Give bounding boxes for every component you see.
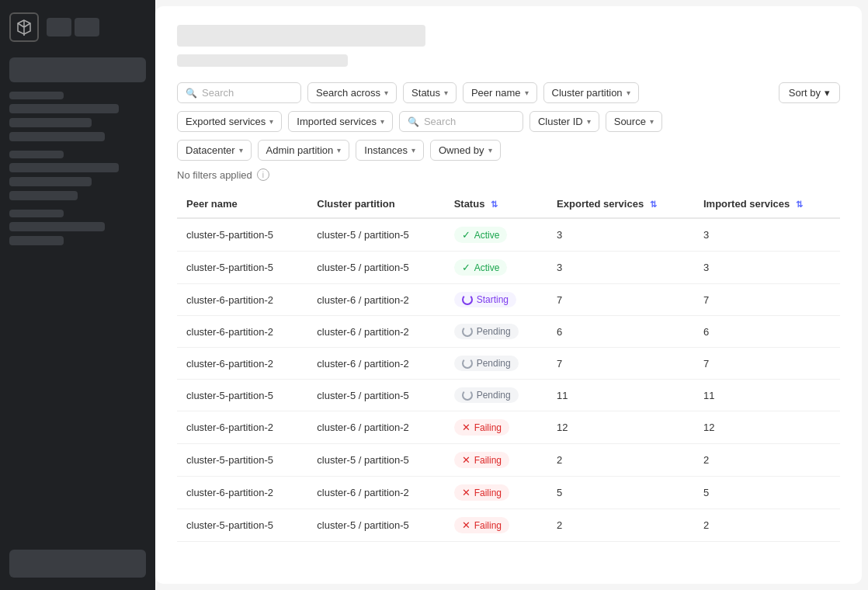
col-imported-services[interactable]: Imported services ⇅ — [694, 190, 840, 218]
inner-search-input[interactable]: 🔍 Search — [399, 111, 523, 132]
source-filter[interactable]: Source ▾ — [606, 111, 662, 132]
cell-exported: 5 — [547, 477, 694, 509]
main-content: 🔍 Search Search across ▾ Status ▾ Peer n… — [155, 6, 862, 584]
cell-peer-name: cluster-6-partition-2 — [177, 477, 307, 509]
cell-status: Starting — [445, 284, 547, 316]
chevron-down-icon: ▾ — [650, 117, 654, 126]
table-row[interactable]: cluster-5-partition-5 cluster-5 / partit… — [177, 218, 840, 252]
sidebar-logo — [9, 12, 146, 42]
sidebar-bottom-bar — [9, 550, 146, 578]
cell-exported: 12 — [547, 411, 694, 444]
cell-exported: 3 — [547, 218, 694, 252]
cell-exported: 2 — [547, 509, 694, 542]
instances-label: Instances — [364, 144, 408, 156]
cell-exported: 11 — [547, 380, 694, 411]
col-cluster-partition[interactable]: Cluster partition — [307, 190, 444, 218]
filters-row-3: Datacenter ▾ Admin partition ▾ Instances… — [177, 140, 840, 161]
table-row[interactable]: cluster-5-partition-5 cluster-5 / partit… — [177, 380, 840, 411]
cell-peer-name: cluster-5-partition-5 — [177, 218, 307, 252]
cell-exported: 6 — [547, 316, 694, 348]
col-status[interactable]: Status ⇅ — [445, 190, 547, 218]
cell-imported: 7 — [694, 284, 840, 316]
sidebar-nav-item-1[interactable] — [9, 104, 119, 113]
sort-by-button[interactable]: Sort by ▾ — [779, 82, 840, 103]
sidebar-section-label-2 — [9, 151, 64, 158]
sidebar-nav-section-2 — [9, 151, 146, 200]
cell-cluster-partition: cluster-5 / partition-5 — [307, 252, 444, 284]
chevron-down-icon: ▾ — [239, 146, 243, 154]
search-placeholder: Search — [202, 87, 234, 99]
cell-status: Pending — [445, 348, 547, 380]
sidebar-toggle-btn-2[interactable] — [75, 18, 99, 36]
cell-exported: 7 — [547, 284, 694, 316]
datacenter-label: Datacenter — [186, 144, 235, 156]
cluster-id-filter[interactable]: Cluster ID ▾ — [529, 111, 599, 132]
owned-by-filter[interactable]: Owned by ▾ — [430, 140, 501, 161]
sidebar-nav-item-6[interactable] — [9, 191, 78, 200]
cell-imported: 2 — [694, 509, 840, 542]
main-search-input[interactable]: 🔍 Search — [177, 82, 301, 103]
sort-icon-status: ⇅ — [491, 200, 498, 210]
peer-name-filter[interactable]: Peer name ▾ — [463, 82, 537, 103]
cell-peer-name: cluster-6-partition-2 — [177, 348, 307, 380]
cell-exported: 3 — [547, 252, 694, 284]
sidebar-nav-item-5[interactable] — [9, 177, 92, 186]
cell-imported: 7 — [694, 348, 840, 380]
table-header-row: Peer name Cluster partition Status ⇅ Exp… — [177, 190, 840, 218]
chevron-down-icon: ▾ — [525, 88, 529, 97]
col-exported-services[interactable]: Exported services ⇅ — [547, 190, 694, 218]
chevron-down-icon: ▾ — [825, 87, 830, 99]
exported-services-filter[interactable]: Exported services ▾ — [177, 111, 282, 132]
imported-services-filter[interactable]: Imported services ▾ — [288, 111, 393, 132]
sidebar-nav-item-8[interactable] — [9, 236, 64, 245]
datacenter-filter[interactable]: Datacenter ▾ — [177, 140, 252, 161]
cell-peer-name: cluster-6-partition-2 — [177, 316, 307, 348]
table-row[interactable]: cluster-6-partition-2 cluster-6 / partit… — [177, 284, 840, 316]
cluster-partition-filter[interactable]: Cluster partition ▾ — [543, 82, 639, 103]
table-row[interactable]: cluster-5-partition-5 cluster-5 / partit… — [177, 252, 840, 284]
cell-cluster-partition: cluster-5 / partition-5 — [307, 218, 444, 252]
sidebar-section-label-1 — [9, 92, 64, 99]
no-filters-bar: No filters applied i — [177, 168, 840, 181]
admin-partition-filter[interactable]: Admin partition ▾ — [258, 140, 350, 161]
table-row[interactable]: cluster-5-partition-5 cluster-5 / partit… — [177, 444, 840, 477]
table-row[interactable]: cluster-6-partition-2 cluster-6 / partit… — [177, 477, 840, 509]
sidebar-search[interactable] — [9, 57, 146, 82]
search-across-label: Search across — [316, 87, 380, 99]
owned-by-label: Owned by — [439, 144, 484, 156]
chevron-down-icon: ▾ — [411, 146, 415, 154]
cell-imported: 3 — [694, 252, 840, 284]
sidebar-nav-item-3[interactable] — [9, 132, 105, 141]
instances-filter[interactable]: Instances ▾ — [356, 140, 424, 161]
sidebar-nav-section-3 — [9, 210, 146, 245]
status-badge: ✕ Failing — [454, 517, 509, 533]
status-filter[interactable]: Status ▾ — [403, 82, 457, 103]
cell-imported: 12 — [694, 411, 840, 444]
sidebar-section-label-3 — [9, 210, 64, 217]
col-peer-name[interactable]: Peer name — [177, 190, 307, 218]
status-badge: ✕ Failing — [454, 419, 509, 436]
table-row[interactable]: cluster-6-partition-2 cluster-6 / partit… — [177, 348, 840, 380]
info-icon: i — [257, 168, 269, 181]
cell-cluster-partition: cluster-5 / partition-5 — [307, 444, 444, 477]
search-across-filter[interactable]: Search across ▾ — [307, 82, 397, 103]
chevron-down-icon: ▾ — [587, 117, 591, 126]
table-row[interactable]: cluster-6-partition-2 cluster-6 / partit… — [177, 316, 840, 348]
sidebar-toggle-btn-1[interactable] — [47, 18, 71, 36]
logo-icon — [9, 12, 39, 42]
cell-imported: 11 — [694, 380, 840, 411]
sort-by-label: Sort by — [789, 87, 821, 99]
status-badge: ✓ Active — [454, 259, 508, 276]
cell-imported: 5 — [694, 477, 840, 509]
sidebar-nav-item-7[interactable] — [9, 222, 105, 231]
table-row[interactable]: cluster-6-partition-2 cluster-6 / partit… — [177, 411, 840, 444]
search-icon-inner: 🔍 — [408, 116, 419, 127]
sidebar-nav-item-4[interactable] — [9, 163, 119, 172]
sidebar-nav-item-2[interactable] — [9, 118, 92, 127]
source-filter-label: Source — [614, 116, 646, 127]
cell-imported: 2 — [694, 444, 840, 477]
page-subtitle-skeleton — [177, 54, 348, 67]
chevron-down-icon: ▾ — [380, 117, 384, 126]
cell-status: ✕ Failing — [445, 477, 547, 509]
table-row[interactable]: cluster-5-partition-5 cluster-5 / partit… — [177, 509, 840, 542]
